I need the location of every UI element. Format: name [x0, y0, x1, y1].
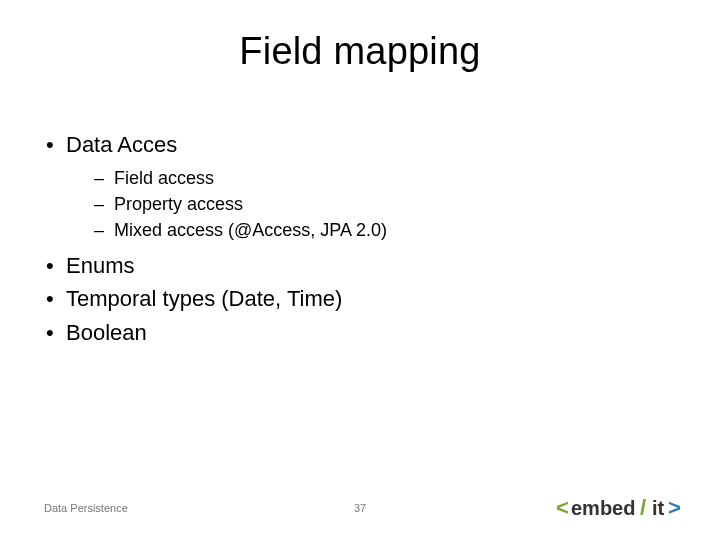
list-item: Property access — [66, 192, 680, 216]
bullet-text: Property access — [114, 194, 243, 214]
list-item: Mixed access (@Access, JPA 2.0) — [66, 218, 680, 242]
svg-text:>: > — [668, 495, 681, 520]
slide: Field mapping Data Acces Field access Pr… — [0, 0, 720, 540]
embedit-logo-svg: < embed / it > — [556, 494, 686, 522]
svg-text:<: < — [556, 495, 569, 520]
bullet-text: Boolean — [66, 320, 147, 345]
bullet-text: Temporal types (Date, Time) — [66, 286, 342, 311]
bullet-text: Data Acces — [66, 132, 177, 157]
bullet-text: Mixed access (@Access, JPA 2.0) — [114, 220, 387, 240]
bullet-text: Enums — [66, 253, 134, 278]
bullet-text: Field access — [114, 168, 214, 188]
svg-text:/: / — [640, 495, 646, 520]
list-item: Field access — [66, 166, 680, 190]
logo-text-it: it — [652, 497, 665, 519]
list-item: Data Acces Field access Property access … — [40, 130, 680, 243]
slide-content: Data Acces Field access Property access … — [40, 130, 680, 352]
slide-title: Field mapping — [0, 30, 720, 73]
sub-bullet-list: Field access Property access Mixed acces… — [66, 166, 680, 243]
list-item: Temporal types (Date, Time) — [40, 284, 680, 314]
bullet-list: Data Acces Field access Property access … — [40, 130, 680, 348]
list-item: Boolean — [40, 318, 680, 348]
list-item: Enums — [40, 251, 680, 281]
embedit-logo: < embed / it > — [556, 494, 686, 522]
logo-text-embed: embed — [571, 497, 635, 519]
